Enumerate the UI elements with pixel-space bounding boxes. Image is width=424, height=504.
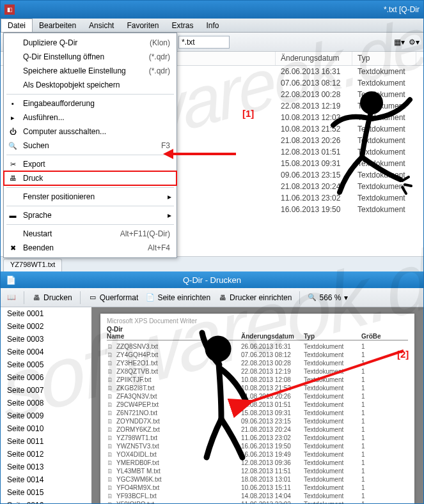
menu-item-sprache[interactable]: ▬Sprache▸ bbox=[4, 208, 177, 222]
print-button[interactable]: 🖶Drucken bbox=[32, 293, 72, 302]
options-icon[interactable]: ⚙▾ bbox=[409, 38, 420, 47]
preview-row: 🗎Y50IQIBQ.txt11.06.2013 23:02Textdokumen… bbox=[107, 500, 408, 504]
file-icon: 🗎 bbox=[107, 351, 114, 358]
menu-bearbeiten[interactable]: Bearbeiten bbox=[33, 19, 82, 32]
menu-separator bbox=[6, 224, 174, 225]
menu-accel: Alt+F11(Q-Dir) bbox=[120, 229, 170, 238]
landscape-button[interactable]: ▭Querformat bbox=[88, 293, 139, 302]
page-item[interactable]: Seite 0002 bbox=[1, 320, 91, 333]
run-icon: ▸ bbox=[8, 112, 18, 123]
file-icon: 🗎 bbox=[107, 426, 114, 432]
menubar: Datei Bearbeiten Ansicht Favoriten Extra… bbox=[1, 19, 423, 33]
page-item[interactable]: Seite 0011 bbox=[1, 435, 91, 448]
page-item[interactable]: Seite 0013 bbox=[1, 461, 91, 473]
menu-item-dupliziere-q-dir[interactable]: Dupliziere Q-Dir(Klon) bbox=[4, 36, 177, 50]
pagesetup-button[interactable]: 📄Seite einrichten bbox=[146, 293, 210, 302]
annotation-arrow-2 bbox=[244, 351, 410, 424]
preview-col-size: GröBe bbox=[361, 333, 387, 340]
menu-datei[interactable]: Datei bbox=[1, 19, 33, 32]
annotation-label-1: [1] bbox=[242, 108, 254, 119]
menu-extras[interactable]: Extras bbox=[165, 19, 200, 32]
menu-item-export[interactable]: ✂Export bbox=[4, 157, 177, 171]
pages-list[interactable]: Seite 0001Seite 0002Seite 0003Seite 0004… bbox=[1, 307, 91, 504]
page-item[interactable]: Seite 0008 bbox=[1, 397, 91, 409]
menu-item-speichere-aktuelle-einstellung[interactable]: Speichere aktuelle Einstellung(*.qdr) bbox=[4, 64, 177, 78]
menu-label: Sprache bbox=[23, 211, 170, 220]
page-icon: 📄 bbox=[146, 293, 155, 302]
page-item[interactable]: Seite 0006 bbox=[1, 371, 91, 384]
menu-favoriten[interactable]: Favoriten bbox=[120, 19, 165, 32]
menu-label: Dupliziere Q-Dir bbox=[23, 38, 150, 47]
menu-item-fenster-positionieren[interactable]: Fenster positionieren▸ bbox=[4, 190, 177, 204]
menu-item-beenden[interactable]: ✖BeendenAlt+F4 bbox=[4, 241, 177, 255]
page-item[interactable]: Seite 0003 bbox=[1, 333, 91, 346]
page-item[interactable]: Seite 0016 bbox=[1, 499, 91, 504]
pagesetup-label: Seite einrichten bbox=[157, 293, 210, 302]
file-icon: 🗎 bbox=[107, 501, 114, 504]
tab-label: YZ798WT1.txt bbox=[10, 261, 55, 268]
menu-accel: (*.qdr) bbox=[149, 66, 170, 75]
print-app-icon: 📄 bbox=[6, 275, 16, 285]
print-label: Drucken bbox=[43, 293, 72, 302]
menu-item-als-desktopobjekt-speichern[interactable]: Als Desktopobjekt speichern bbox=[4, 78, 177, 92]
submenu-arrow-icon: ▸ bbox=[168, 211, 171, 220]
page-item[interactable]: Seite 0005 bbox=[1, 358, 91, 371]
page-item[interactable]: Seite 0015 bbox=[1, 486, 91, 499]
menu-label: Suchen bbox=[23, 141, 161, 150]
menu-item-eingabeaufforderung[interactable]: ▪Eingabeaufforderung bbox=[4, 96, 177, 111]
col-typ-header[interactable]: Typ bbox=[352, 52, 416, 65]
landscape-icon: ▭ bbox=[88, 293, 97, 302]
file-type: Textdokument bbox=[352, 79, 416, 88]
page-item[interactable]: Seite 0004 bbox=[1, 346, 91, 358]
export-icon: ✂ bbox=[8, 159, 18, 169]
tabbar: YZ798WT1.txt bbox=[1, 256, 423, 271]
page-item[interactable]: Seite 0001 bbox=[1, 307, 91, 320]
col-date-header[interactable]: Änderungsdatum bbox=[276, 52, 352, 65]
menu-item-q-dir-einstellung-ffnen[interactable]: Q-Dir Einstellung öffnen(*.qdr) bbox=[4, 50, 177, 64]
stick-figure-1 bbox=[327, 90, 423, 205]
zoom-control[interactable]: 🔍566 % ▾ bbox=[308, 293, 347, 302]
page-item[interactable]: Seite 0014 bbox=[1, 473, 91, 486]
file-icon: 🗎 bbox=[107, 434, 114, 441]
menu-separator bbox=[6, 94, 174, 95]
file-date: 26.06.2013 16:31 bbox=[276, 67, 352, 76]
page-item[interactable]: Seite 0007 bbox=[1, 384, 91, 397]
menu-item-ausf-hren-[interactable]: ▸Ausführen... bbox=[4, 111, 177, 125]
menu-item-neustart[interactable]: NeustartAlt+F11(Q-Dir) bbox=[4, 227, 177, 241]
blank-icon bbox=[8, 80, 18, 90]
page-item[interactable]: Seite 0009 bbox=[1, 409, 91, 422]
tab-file[interactable]: YZ798WT1.txt bbox=[3, 259, 62, 271]
file-icon: 🗎 bbox=[107, 418, 114, 424]
file-icon: 🗎 bbox=[107, 443, 114, 449]
page-item[interactable]: Seite 0012 bbox=[1, 448, 91, 461]
printersetup-button[interactable]: 🖶Drucker einrichten bbox=[218, 293, 292, 302]
annotation-arrow-1 bbox=[173, 153, 236, 155]
titlebar: ◧ *.txt [Q-Dir bbox=[1, 1, 423, 19]
menu-ansicht[interactable]: Ansicht bbox=[82, 19, 120, 32]
menu-label: Speichere aktuelle Einstellung bbox=[23, 66, 149, 75]
menu-label: Eingabeaufforderung bbox=[23, 99, 170, 108]
dropdown-datei: Dupliziere Q-Dir(Klon)Q-Dir Einstellung … bbox=[3, 33, 177, 258]
menu-item-computer-ausschalten-[interactable]: ⏻Computer ausschalten... bbox=[4, 125, 177, 139]
preview-row: 🗎YL43MBT M.txt12.08.2013 11:51Textdokume… bbox=[107, 467, 408, 475]
blank-icon bbox=[8, 66, 18, 76]
menu-label: Computer ausschalten... bbox=[23, 127, 170, 136]
file-icon: 🗎 bbox=[107, 393, 114, 399]
menu-item-suchen[interactable]: 🔍SuchenF3 bbox=[4, 139, 177, 153]
printersetup-label: Drucker einrichten bbox=[230, 293, 292, 302]
page-item[interactable]: Seite 0010 bbox=[1, 422, 91, 435]
print-nav-button[interactable]: 📖 bbox=[7, 293, 16, 302]
printer-icon: 🖶 bbox=[32, 293, 41, 302]
file-date: 16.06.2013 19:50 bbox=[276, 205, 352, 214]
file-icon: 🗎 bbox=[107, 459, 114, 466]
view-icon[interactable]: ▦▾ bbox=[394, 38, 405, 47]
menu-label: Neustart bbox=[23, 229, 120, 238]
menu-info[interactable]: Info bbox=[200, 19, 225, 32]
menu-label: Ausführen... bbox=[23, 113, 170, 122]
menu-separator bbox=[6, 155, 174, 155]
landscape-label: Querformat bbox=[100, 293, 139, 302]
filter-input[interactable]: *.txt bbox=[178, 36, 230, 49]
window-title: *.txt [Q-Dir bbox=[384, 5, 420, 14]
menu-item-druck[interactable]: 🖶Druck bbox=[4, 171, 177, 185]
file-icon: 🗎 bbox=[107, 401, 114, 408]
